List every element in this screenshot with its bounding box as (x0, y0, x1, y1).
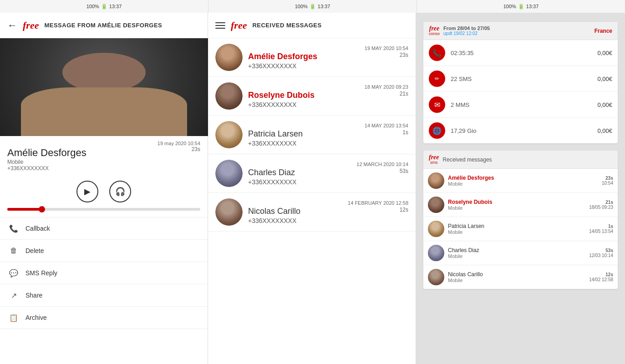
action-delete[interactable]: 🗑 Delete (0, 240, 208, 262)
mini-meta-1: 23s 10:54 (602, 176, 613, 186)
mini-name-4: Charles Diaz (448, 247, 585, 253)
mini-name-3: Patricia Larsen (448, 223, 585, 229)
mini-msg-5[interactable]: Nicolas Carillo Mobile 12s 14/02 12:58 (423, 265, 618, 289)
message-datetime-5: 14 FEBRUARY 2020 12:58 (248, 200, 408, 206)
message-duration-4: 53s (400, 168, 408, 174)
contact-number: +336XXXXXXXX (7, 165, 86, 172)
back-button[interactable]: ← (7, 20, 17, 31)
contact-type: Mobile (7, 159, 86, 165)
message-content-3: 14 MAY 2020 13:54 Patricia Larsen +336XX… (248, 123, 408, 147)
message-name-1: Amélie Desforges (248, 52, 317, 61)
message-duration-1: 23s (400, 52, 408, 58)
mini-content-1: Amélie Desforges Mobile (448, 175, 598, 187)
avatar-4 (215, 160, 243, 187)
widget-conso: free conso From 28/04 to 27/05 updt 19/0… (423, 22, 618, 143)
play-button[interactable]: ▶ (76, 181, 98, 202)
status-bar-right: 100% 🔋 13:37 (417, 0, 625, 13)
battery-right: 100% (503, 4, 516, 9)
message-name-2: Roselyne Dubois (248, 91, 315, 100)
status-bar-left: 100% 🔋 13:37 (0, 0, 208, 13)
menu-button[interactable] (215, 22, 225, 29)
delete-label: Delete (25, 247, 44, 254)
mini-duration-5: 12s (589, 272, 613, 277)
panel2-header: free RECEIVED MESSAGES (208, 13, 416, 38)
message-item-5[interactable]: 14 FEBRUARY 2020 12:58 Nicolas Carillo +… (208, 193, 416, 232)
progress-thumb (39, 206, 45, 212)
mms-icon: ✉ (429, 96, 445, 113)
mini-duration-3: 1s (589, 224, 613, 229)
headphone-button[interactable]: 🎧 (109, 181, 131, 202)
avatar-image-5 (215, 198, 243, 226)
mini-msg-4[interactable]: Charles Diaz Mobile 53s 12/03 10:14 (423, 241, 618, 265)
message-content-5: 14 FEBRUARY 2020 12:58 Nicolas Carillo +… (248, 200, 408, 224)
mini-name-2: Roselyne Dubois (448, 199, 585, 205)
message-item-2[interactable]: 18 MAY 2020 09:23 Roselyne Dubois +336XX… (208, 77, 416, 116)
share-label: Share (25, 292, 42, 299)
mini-msg-2[interactable]: Roselyne Dubois Mobile 21s 18/05 09:23 (423, 193, 618, 217)
message-number-3: +336XXXXXXXX (248, 140, 303, 147)
panel-detail: ← free MESSAGE FROM AMÉLIE DESFORGES 19 … (0, 13, 208, 364)
message-name-4: Charles Diaz (248, 168, 296, 177)
sms-value: 0,00€ (597, 76, 612, 82)
avatar-image-4 (215, 160, 243, 187)
time-left: 13:37 (109, 4, 122, 9)
widget-row-calls: 📞 02:35:35 0,00€ (423, 40, 618, 66)
main-content: ← free MESSAGE FROM AMÉLIE DESFORGES 19 … (0, 13, 625, 364)
widget-conso-info: From 28/04 to 27/05 updt 19/02 12:02 (443, 25, 490, 36)
message-number-2: +336XXXXXXXX (248, 101, 315, 108)
message-datetime-4: 12 MARCH 2020 10:14 (248, 162, 408, 167)
action-archive[interactable]: 📋 Archive (0, 307, 208, 329)
mini-type-3: Mobile (448, 229, 585, 235)
archive-label: Archive (25, 314, 47, 321)
message-name-3: Patricia Larsen (248, 129, 303, 139)
message-item-4[interactable]: 12 MARCH 2020 10:14 Charles Diaz +336XXX… (208, 154, 416, 193)
message-duration-5: 12s (400, 207, 408, 213)
calls-value: 0,00€ (597, 50, 612, 56)
mini-duration-2: 21s (589, 200, 613, 205)
widget-row-mms: ✉ 2 MMS 0,00€ (423, 92, 618, 118)
mini-date-4: 12/03 10:14 (589, 253, 613, 258)
mini-avatar-3 (428, 221, 444, 237)
time-right: 13:37 (526, 4, 539, 9)
mini-meta-2: 21s 18/05 09:23 (589, 200, 613, 210)
mini-content-2: Roselyne Dubois Mobile (448, 199, 585, 211)
sms-label: 22 SMS (445, 76, 597, 82)
action-list: 📞 Callback 🗑 Delete 💬 SMS Reply ↗ Share … (0, 217, 208, 329)
battery-icon-middle: 🔋 (310, 4, 316, 10)
free-sms-label: sms (430, 161, 438, 165)
action-sms-reply[interactable]: 💬 SMS Reply (0, 262, 208, 284)
status-bars: 100% 🔋 13:37 100% 🔋 13:37 100% 🔋 13:37 (0, 0, 625, 13)
avatar-image-2 (215, 82, 243, 110)
message-item-1[interactable]: 19 MAY 2020 10:54 Amélie Desforges +336X… (208, 38, 416, 77)
mini-meta-3: 1s 14/05 13:54 (589, 224, 613, 234)
contact-info: 19 may 2020 10:54 Amélie Desforges Mobil… (0, 136, 208, 174)
mini-msg-1[interactable]: Amélie Desforges Mobile 23s 10:54 (423, 169, 618, 193)
widget-country: France (595, 28, 612, 34)
sms-reply-label: SMS Reply (25, 269, 57, 277)
audio-controls: ▶ 🎧 (0, 174, 208, 217)
data-label: 17,29 Gio (445, 127, 597, 134)
contact-name: Amélie Desforges (7, 147, 86, 159)
mini-type-2: Mobile (448, 205, 585, 211)
avatar-5 (215, 198, 243, 226)
message-item-3[interactable]: 14 MAY 2020 13:54 Patricia Larsen +336XX… (208, 116, 416, 154)
contact-photo (0, 38, 208, 136)
message-number-1: +336XXXXXXXX (248, 62, 317, 70)
mini-name-5: Nicolas Carillo (448, 271, 585, 278)
action-share[interactable]: ↗ Share (0, 284, 208, 307)
contact-duration: 23s (192, 146, 200, 152)
mini-msg-3[interactable]: Patricia Larsen Mobile 1s 14/05 13:54 (423, 217, 618, 241)
action-callback[interactable]: 📞 Callback (0, 217, 208, 240)
free-logo-panel2: free (231, 20, 247, 31)
panel-list: free RECEIVED MESSAGES 19 MAY 2020 10:54… (208, 13, 416, 364)
progress-bar[interactable] (7, 208, 200, 211)
audio-buttons: ▶ 🎧 (76, 181, 131, 202)
mini-content-4: Charles Diaz Mobile (448, 247, 585, 259)
widget-header-left: free conso From 28/04 to 27/05 updt 19/0… (429, 25, 490, 36)
mini-meta-5: 12s 14/02 12:58 (589, 272, 613, 282)
mini-duration-4: 53s (589, 248, 613, 253)
message-duration-3: 1s (402, 129, 408, 136)
panel-widget: free conso From 28/04 to 27/05 updt 19/0… (416, 13, 625, 364)
battery-icon-left: 🔋 (101, 4, 107, 10)
mini-type-5: Mobile (448, 278, 585, 283)
